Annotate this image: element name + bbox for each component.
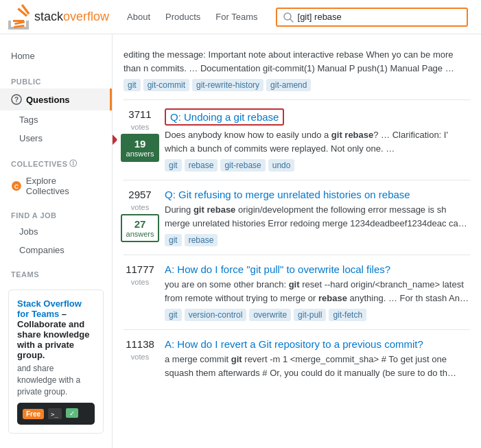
vote-count-2: 2957 <box>128 189 151 200</box>
result-item-undoing-rebase: 3711 votes ➜ 19 answers Q: Undoing a git… <box>124 100 470 180</box>
collectives-icon: C <box>11 180 22 191</box>
logo-icon <box>8 4 30 30</box>
vote-label-3: votes <box>131 278 149 286</box>
sidebar-item-tags[interactable]: Tags <box>0 110 112 129</box>
tag[interactable]: git-rewrite-history <box>192 79 263 91</box>
teams-promo: Free >_ ✓ <box>17 403 95 425</box>
vote-label-4: votes <box>131 353 149 361</box>
result-item-refusing-merge: 2957 votes 27 answers Q: Git refusing to… <box>124 180 470 255</box>
svg-text:C: C <box>14 183 19 190</box>
search-icon <box>283 12 294 23</box>
tag[interactable]: git-pull <box>294 309 326 321</box>
explore-collectives-label: Explore Collectives <box>26 176 101 196</box>
result-excerpt-3: you are on some other branch: git reset … <box>165 278 470 305</box>
teams-box: Stack Overflow for Teams – Collaborate a… <box>8 290 104 434</box>
tag[interactable]: git-rebase <box>220 159 265 172</box>
result-excerpt-truncated: editing the message: Important note abou… <box>124 48 470 75</box>
questions-icon: ? <box>11 94 22 105</box>
nav-about[interactable]: About <box>120 8 157 26</box>
result-tags-truncated: git git-commit git-rewrite-history git-a… <box>124 79 470 91</box>
sidebar-item-companies[interactable]: Companies <box>0 241 112 259</box>
tag[interactable]: git <box>165 159 182 172</box>
sidebar-item-questions[interactable]: ? Questions <box>0 89 112 110</box>
questions-label: Questions <box>26 95 70 105</box>
message-icon: ✓ <box>66 408 78 419</box>
page-wrapper: stackoverflow About Products For Teams H… <box>0 0 481 448</box>
result-body-1: Q: Undoing a git rebase Does anybody kno… <box>165 108 470 172</box>
answer-badge-1: 19 answers <box>121 134 160 162</box>
terminal-icon: >_ <box>48 408 62 419</box>
arrow-icon: ➜ <box>113 128 117 151</box>
teams-title: Stack Overflow for Teams – Collaborate a… <box>17 298 95 360</box>
vote-col-2: 2957 votes 27 answers <box>124 189 156 246</box>
tag[interactable]: git-fetch <box>329 309 366 321</box>
result-item-force-pull: 11777 votes A: How do I force "git pull"… <box>124 255 470 330</box>
tag[interactable]: overwrite <box>249 309 291 321</box>
search-box[interactable] <box>276 8 468 27</box>
vote-col-1: 3711 votes ➜ 19 answers <box>124 108 156 172</box>
teams-label: TEAMS <box>0 259 112 281</box>
result-title-3[interactable]: A: How do I force "git pull" to overwrit… <box>165 263 470 275</box>
result-body-3: A: How do I force "git pull" to overwrit… <box>165 263 470 321</box>
tag[interactable]: rebase <box>185 159 218 172</box>
result-item-truncated: editing the message: Important note abou… <box>124 43 470 100</box>
result-title-4[interactable]: A: How do I revert a Git repository to a… <box>165 338 470 350</box>
vote-label-1: votes <box>131 123 149 131</box>
result-item-revert-repo: 11138 votes A: How do I revert a Git rep… <box>124 330 470 392</box>
info-icon[interactable]: ⓘ <box>69 158 78 169</box>
answer-badge-2: 27 answers <box>121 214 160 242</box>
tag[interactable]: rebase <box>185 234 218 246</box>
search-input[interactable] <box>298 12 461 22</box>
result-excerpt-2: During git rebase origin/development the… <box>165 203 470 230</box>
result-tags-2: git rebase <box>165 234 470 246</box>
vote-label-2: votes <box>131 203 149 211</box>
public-label: PUBLIC <box>0 67 112 89</box>
sidebar-item-jobs[interactable]: Jobs <box>0 222 112 241</box>
find-a-job-label: FIND A JOB <box>0 200 112 222</box>
main-content: editing the message: Important note abou… <box>113 34 481 448</box>
nav-products[interactable]: Products <box>159 8 207 26</box>
sidebar-item-home[interactable]: Home <box>0 45 112 67</box>
logo-text: stackoverflow <box>34 10 109 24</box>
svg-line-1 <box>290 19 293 22</box>
svg-text:>_: >_ <box>51 411 58 418</box>
svg-text:✓: ✓ <box>69 410 75 417</box>
result-excerpt-1: Does anybody know how to easily undo a g… <box>165 128 470 155</box>
sidebar-item-users[interactable]: Users <box>0 129 112 148</box>
tag[interactable]: git-amend <box>266 79 311 91</box>
tag[interactable]: git-commit <box>143 79 189 91</box>
logo-area[interactable]: stackoverflow <box>8 4 109 30</box>
nav-for-teams[interactable]: For Teams <box>209 8 264 26</box>
free-badge: Free <box>23 409 44 419</box>
vote-count-3: 11777 <box>126 263 154 275</box>
vote-col-3: 11777 votes <box>124 263 156 321</box>
tag[interactable]: git <box>124 79 141 91</box>
result-title-1[interactable]: Q: Undoing a git rebase <box>165 108 284 126</box>
sidebar-item-explore-collectives[interactable]: C Explore Collectives <box>0 172 112 200</box>
collectives-label: COLLECTIVES ⓘ <box>0 148 112 172</box>
vote-count-1: 3711 <box>128 108 151 120</box>
tag[interactable]: git <box>165 309 182 321</box>
result-body-2: Q: Git refusing to merge unrelated histo… <box>165 189 470 246</box>
vote-count-4: 11138 <box>126 338 154 350</box>
tag[interactable]: undo <box>268 159 295 172</box>
result-body-4: A: How do I revert a Git repository to a… <box>165 338 470 384</box>
sidebar: Home PUBLIC ? Questions Tags Users COLLE… <box>0 34 113 448</box>
tag[interactable]: git <box>165 234 182 246</box>
teams-description: and share knowledge with a private group… <box>17 363 95 397</box>
vote-col-4: 11138 votes <box>124 338 156 384</box>
body-wrapper: Home PUBLIC ? Questions Tags Users COLLE… <box>0 34 481 448</box>
result-tags-1: git rebase git-rebase undo <box>165 159 470 172</box>
svg-text:?: ? <box>14 96 19 104</box>
result-excerpt-4: a merge commit git revert -m 1 <merge_co… <box>165 353 470 379</box>
teams-link[interactable]: Stack Overflow for Teams <box>17 298 82 319</box>
tag[interactable]: version-control <box>185 309 247 321</box>
result-tags-3: git version-control overwrite git-pull g… <box>165 309 470 321</box>
header: stackoverflow About Products For Teams <box>0 0 481 34</box>
result-title-2[interactable]: Q: Git refusing to merge unrelated histo… <box>165 189 470 200</box>
nav-links: About Products For Teams <box>120 8 264 26</box>
